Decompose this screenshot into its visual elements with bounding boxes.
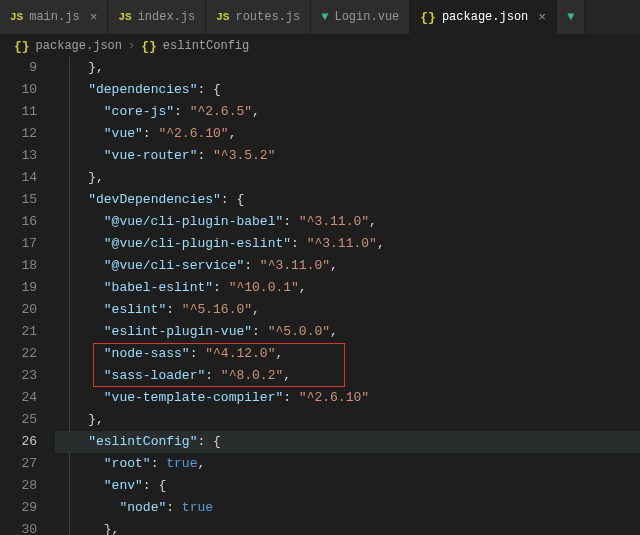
js-icon: JS [10, 11, 23, 23]
code-line[interactable]: "root": true, [55, 453, 640, 475]
line-number: 15 [0, 189, 37, 211]
code-line[interactable]: }, [55, 57, 640, 79]
line-number-gutter: 9101112131415161718192021222324252627282… [0, 57, 55, 535]
json-icon: {} [141, 39, 157, 54]
code-line[interactable]: "eslint": "^5.16.0", [55, 299, 640, 321]
line-number: 18 [0, 255, 37, 277]
line-number: 23 [0, 365, 37, 387]
code-line[interactable]: }, [55, 167, 640, 189]
close-icon[interactable]: × [538, 10, 546, 25]
line-number: 16 [0, 211, 37, 233]
vue-icon: ▼ [321, 10, 328, 24]
tab-extra-vue[interactable]: ▼ [557, 0, 585, 34]
line-number: 17 [0, 233, 37, 255]
line-number: 10 [0, 79, 37, 101]
line-number: 20 [0, 299, 37, 321]
code-line[interactable]: "@vue/cli-plugin-eslint": "^3.11.0", [55, 233, 640, 255]
tab-routes-js[interactable]: JS routes.js [206, 0, 311, 34]
tab-index-js[interactable]: JS index.js [108, 0, 206, 34]
line-number: 14 [0, 167, 37, 189]
tab-label: main.js [29, 10, 79, 24]
code-line[interactable]: "vue-router": "^3.5.2" [55, 145, 640, 167]
code-line[interactable]: "eslintConfig": { [55, 431, 640, 453]
line-number: 19 [0, 277, 37, 299]
tab-main-js[interactable]: JS main.js × [0, 0, 108, 34]
line-number: 25 [0, 409, 37, 431]
code-line[interactable]: "core-js": "^2.6.5", [55, 101, 640, 123]
code-line[interactable]: "babel-eslint": "^10.0.1", [55, 277, 640, 299]
json-icon: {} [420, 10, 436, 25]
vue-icon: ▼ [567, 10, 574, 24]
tab-label: routes.js [235, 10, 300, 24]
chevron-right-icon: › [128, 39, 135, 53]
code-line[interactable]: "devDependencies": { [55, 189, 640, 211]
code-line[interactable]: "eslint-plugin-vue": "^5.0.0", [55, 321, 640, 343]
code-line[interactable]: }, [55, 519, 640, 535]
breadcrumbs[interactable]: {} package.json › {} eslintConfig [0, 35, 640, 57]
tab-login-vue[interactable]: ▼ Login.vue [311, 0, 410, 34]
line-number: 24 [0, 387, 37, 409]
code-line[interactable]: "sass-loader": "^8.0.2", [55, 365, 640, 387]
breadcrumb-file: package.json [36, 39, 122, 53]
js-icon: JS [216, 11, 229, 23]
line-number: 12 [0, 123, 37, 145]
tab-label: package.json [442, 10, 528, 24]
line-number: 9 [0, 57, 37, 79]
code-editor[interactable]: 9101112131415161718192021222324252627282… [0, 57, 640, 535]
line-number: 30 [0, 519, 37, 535]
close-icon[interactable]: × [90, 10, 98, 25]
code-line[interactable]: "node": true [55, 497, 640, 519]
line-number: 29 [0, 497, 37, 519]
code-line[interactable]: "@vue/cli-plugin-babel": "^3.11.0", [55, 211, 640, 233]
tab-label: Login.vue [334, 10, 399, 24]
line-number: 22 [0, 343, 37, 365]
line-number: 27 [0, 453, 37, 475]
code-line[interactable]: }, [55, 409, 640, 431]
code-area[interactable]: }, "dependencies": { "core-js": "^2.6.5"… [55, 57, 640, 535]
tab-label: index.js [138, 10, 196, 24]
breadcrumb-symbol: eslintConfig [163, 39, 249, 53]
line-number: 28 [0, 475, 37, 497]
code-line[interactable]: "vue-template-compiler": "^2.6.10" [55, 387, 640, 409]
editor-tabs: JS main.js × JS index.js JS routes.js ▼ … [0, 0, 640, 35]
line-number: 11 [0, 101, 37, 123]
code-line[interactable]: "vue": "^2.6.10", [55, 123, 640, 145]
line-number: 26 [0, 431, 37, 453]
tab-package-json[interactable]: {} package.json × [410, 0, 557, 34]
line-number: 21 [0, 321, 37, 343]
code-line[interactable]: "env": { [55, 475, 640, 497]
code-line[interactable]: "dependencies": { [55, 79, 640, 101]
code-line[interactable]: "@vue/cli-service": "^3.11.0", [55, 255, 640, 277]
js-icon: JS [118, 11, 131, 23]
json-icon: {} [14, 39, 30, 54]
line-number: 13 [0, 145, 37, 167]
code-line[interactable]: "node-sass": "^4.12.0", [55, 343, 640, 365]
